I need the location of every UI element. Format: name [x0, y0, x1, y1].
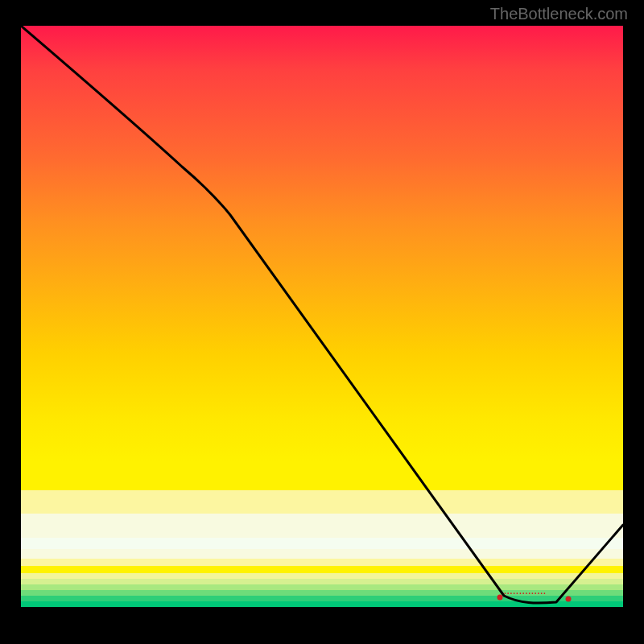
marker-min-end [566, 597, 572, 602]
minimum-annotation: ·············· [504, 589, 547, 598]
marker-min-start [497, 595, 503, 601]
chart-line-svg [21, 26, 623, 607]
chart-line-path [21, 26, 623, 603]
watermark-text: TheBottleneck.com [490, 5, 628, 23]
chart-plot-area: ·············· [21, 26, 623, 607]
